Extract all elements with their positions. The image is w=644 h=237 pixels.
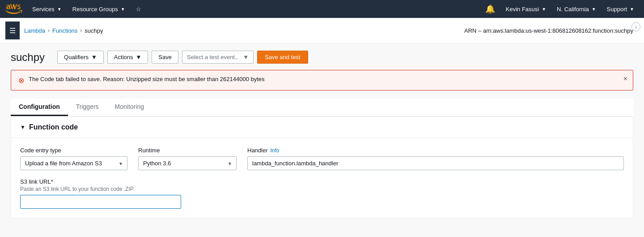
breadcrumb-sep-1: › <box>48 27 50 34</box>
actions-button[interactable]: Actions ▼ <box>107 51 148 64</box>
notifications-button[interactable]: 🔔 <box>481 0 500 18</box>
tab-monitoring[interactable]: Monitoring <box>107 99 152 116</box>
resource-groups-chevron: ▼ <box>121 7 125 12</box>
region-chevron: ▼ <box>592 7 596 12</box>
runtime-label: Runtime <box>138 147 237 154</box>
aws-logo[interactable] <box>5 4 22 14</box>
user-chevron: ▼ <box>542 7 546 12</box>
top-nav: Services ▼ Resource Groups ▼ ☆ 🔔 Kevin F… <box>0 0 644 18</box>
handler-info-link[interactable]: Info <box>271 147 280 154</box>
info-circle-icon: i <box>636 24 636 30</box>
favorites-nav[interactable]: ☆ <box>131 0 146 18</box>
error-icon: ⊗ <box>18 76 24 85</box>
user-menu[interactable]: Kevin Fasusi ▼ <box>501 0 551 18</box>
s3-input-container <box>20 195 624 209</box>
panel-collapse-icon[interactable]: ▼ <box>20 124 25 130</box>
s3-link-section: S3 link URL* Paste an S3 link URL to you… <box>20 178 624 209</box>
bell-icon: 🔔 <box>485 4 495 14</box>
tab-configuration[interactable]: Configuration <box>11 99 68 116</box>
breadcrumb-lambda[interactable]: Lambda <box>24 27 45 34</box>
content-area: suchpy Qualifiers ▼ Actions ▼ Save Selec… <box>0 43 644 225</box>
panel-header: ▼ Function code <box>11 117 633 138</box>
star-icon: ☆ <box>136 6 141 13</box>
runtime-group: Runtime Python 3.6 Node.js 8.10 Node.js … <box>138 147 237 170</box>
error-alert: ⊗ The Code tab failed to save. Reason: U… <box>11 70 633 90</box>
save-button[interactable]: Save <box>152 51 178 64</box>
s3-link-sublabel: Paste an S3 link URL to your function co… <box>20 186 624 192</box>
support-menu[interactable]: Support ▼ <box>602 0 639 18</box>
alert-close-button[interactable]: × <box>623 75 627 83</box>
function-code-panel: ▼ Function code Code entry type Upload a… <box>11 116 633 218</box>
panel-body: Code entry type Upload a file from Amazo… <box>11 138 633 218</box>
error-message: The Code tab failed to save. Reason: Unz… <box>29 76 626 82</box>
handler-input[interactable] <box>247 156 624 170</box>
breadcrumb-bar: ☰ Lambda › Functions › suchpy ARN – arn:… <box>0 18 644 43</box>
region-menu[interactable]: N. California ▼ <box>552 0 600 18</box>
panel-title: Function code <box>29 123 78 131</box>
services-chevron: ▼ <box>57 7 62 12</box>
code-entry-type-select-wrapper: Upload a file from Amazon S3 Edit code i… <box>20 156 127 170</box>
code-entry-type-label: Code entry type <box>20 147 127 154</box>
support-chevron: ▼ <box>630 7 634 12</box>
s3-link-label: S3 link URL* <box>20 178 624 185</box>
handler-label: Handler <box>247 147 268 154</box>
actions-chevron-icon: ▼ <box>136 54 141 60</box>
qualifiers-button[interactable]: Qualifiers ▼ <box>57 51 104 64</box>
breadcrumb-sep-2: › <box>80 27 82 34</box>
sidebar-toggle-button[interactable]: ☰ <box>5 22 20 39</box>
page-info-icon[interactable]: i <box>631 22 640 31</box>
title-actions: Qualifiers ▼ Actions ▼ Save Select a tes… <box>57 51 308 64</box>
code-entry-type-group: Code entry type Upload a file from Amazo… <box>20 147 127 170</box>
title-bar: suchpy Qualifiers ▼ Actions ▼ Save Selec… <box>11 51 633 64</box>
runtime-select-wrapper: Python 3.6 Node.js 8.10 Node.js 6.10 Pyt… <box>138 156 237 170</box>
save-and-test-button[interactable]: Save and test <box>257 51 308 64</box>
tabs-bar: Configuration Triggers Monitoring <box>11 99 633 116</box>
breadcrumb-functions[interactable]: Functions <box>52 27 77 34</box>
handler-group: Handler Info <box>247 147 624 170</box>
test-event-chevron-icon: ▼ <box>243 54 249 60</box>
tab-triggers[interactable]: Triggers <box>68 99 107 116</box>
services-nav[interactable]: Services ▼ <box>28 0 66 18</box>
breadcrumb-current: suchpy <box>85 27 103 34</box>
main-wrapper: suchpy Qualifiers ▼ Actions ▼ Save Selec… <box>0 43 644 225</box>
handler-label-row: Handler Info <box>247 147 624 154</box>
page-title: suchpy <box>11 51 45 64</box>
resource-groups-nav[interactable]: Resource Groups ▼ <box>68 0 130 18</box>
s3-url-input[interactable] <box>20 195 181 209</box>
form-row-top: Code entry type Upload a file from Amazo… <box>20 147 624 170</box>
test-event-selector[interactable]: Select a test event.. ▼ <box>182 51 254 64</box>
runtime-select[interactable]: Python 3.6 Node.js 8.10 Node.js 6.10 Pyt… <box>138 156 237 170</box>
arn-display: ARN – arn:aws:lambda:us-west-1:806812608… <box>464 27 633 34</box>
code-entry-type-select[interactable]: Upload a file from Amazon S3 Edit code i… <box>20 156 127 170</box>
qualifiers-chevron-icon: ▼ <box>91 54 97 60</box>
